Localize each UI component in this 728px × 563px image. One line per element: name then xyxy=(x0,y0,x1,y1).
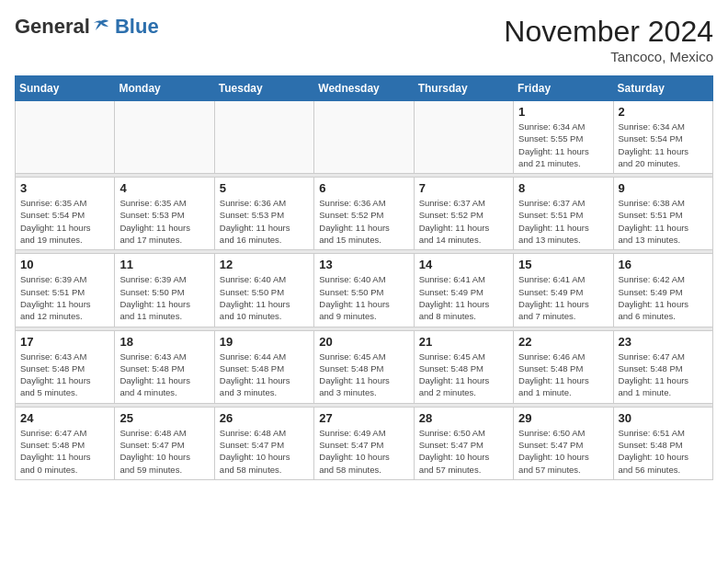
calendar-cell: 26Sunrise: 6:48 AM Sunset: 5:47 PM Dayli… xyxy=(214,407,313,479)
day-detail: Sunrise: 6:45 AM Sunset: 5:48 PM Dayligh… xyxy=(319,350,408,399)
day-detail: Sunrise: 6:43 AM Sunset: 5:48 PM Dayligh… xyxy=(20,350,109,399)
day-detail: Sunrise: 6:35 AM Sunset: 5:54 PM Dayligh… xyxy=(20,197,109,246)
weekday-header-tuesday: Tuesday xyxy=(214,76,313,101)
calendar-cell: 3Sunrise: 6:35 AM Sunset: 5:54 PM Daylig… xyxy=(16,178,115,250)
day-detail: Sunrise: 6:50 AM Sunset: 5:47 PM Dayligh… xyxy=(518,427,608,476)
day-detail: Sunrise: 6:40 AM Sunset: 5:50 PM Dayligh… xyxy=(220,273,309,322)
calendar-cell: 9Sunrise: 6:38 AM Sunset: 5:51 PM Daylig… xyxy=(613,178,712,250)
day-number: 18 xyxy=(119,335,209,349)
weekday-header-monday: Monday xyxy=(115,76,214,101)
calendar-week-4: 17Sunrise: 6:43 AM Sunset: 5:48 PM Dayli… xyxy=(16,330,713,403)
day-detail: Sunrise: 6:43 AM Sunset: 5:48 PM Dayligh… xyxy=(119,350,209,399)
calendar-cell: 19Sunrise: 6:44 AM Sunset: 5:48 PM Dayli… xyxy=(214,330,313,403)
calendar-cell: 25Sunrise: 6:48 AM Sunset: 5:47 PM Dayli… xyxy=(115,407,214,479)
calendar-week-3: 10Sunrise: 6:39 AM Sunset: 5:51 PM Dayli… xyxy=(16,254,713,327)
calendar-cell: 6Sunrise: 6:36 AM Sunset: 5:52 PM Daylig… xyxy=(314,178,414,250)
day-number: 14 xyxy=(419,258,508,271)
weekday-header-wednesday: Wednesday xyxy=(314,76,414,101)
day-number: 23 xyxy=(619,335,708,349)
day-number: 26 xyxy=(220,411,309,425)
day-number: 29 xyxy=(518,411,608,425)
logo-bird-icon xyxy=(92,17,110,36)
weekday-header-thursday: Thursday xyxy=(414,76,513,101)
day-number: 25 xyxy=(119,411,209,425)
calendar-cell xyxy=(16,101,115,174)
calendar-cell: 18Sunrise: 6:43 AM Sunset: 5:48 PM Dayli… xyxy=(115,330,214,403)
calendar-cell: 5Sunrise: 6:36 AM Sunset: 5:53 PM Daylig… xyxy=(214,178,313,250)
day-number: 9 xyxy=(619,181,708,195)
title-section: November 2024 Tancoco, Mexico xyxy=(504,15,713,64)
day-number: 13 xyxy=(319,258,408,271)
calendar-cell: 23Sunrise: 6:47 AM Sunset: 5:48 PM Dayli… xyxy=(613,330,712,403)
day-number: 6 xyxy=(319,181,408,195)
day-number: 2 xyxy=(619,105,708,119)
day-number: 27 xyxy=(319,411,408,425)
day-number: 8 xyxy=(518,181,608,195)
calendar-cell xyxy=(115,101,214,174)
day-number: 20 xyxy=(319,335,408,349)
day-detail: Sunrise: 6:47 AM Sunset: 5:48 PM Dayligh… xyxy=(20,427,109,476)
calendar-cell: 7Sunrise: 6:37 AM Sunset: 5:52 PM Daylig… xyxy=(414,178,513,250)
calendar-week-1: 1Sunrise: 6:34 AM Sunset: 5:55 PM Daylig… xyxy=(16,101,713,174)
calendar-cell: 15Sunrise: 6:41 AM Sunset: 5:49 PM Dayli… xyxy=(514,254,613,327)
calendar-cell: 14Sunrise: 6:41 AM Sunset: 5:49 PM Dayli… xyxy=(414,254,513,327)
page-header: General Blue November 2024 Tancoco, Mexi… xyxy=(15,15,713,64)
logo: General Blue xyxy=(15,15,159,39)
day-number: 4 xyxy=(119,181,209,195)
calendar-cell: 11Sunrise: 6:39 AM Sunset: 5:50 PM Dayli… xyxy=(115,254,214,327)
calendar-body: 1Sunrise: 6:34 AM Sunset: 5:55 PM Daylig… xyxy=(16,101,713,480)
day-number: 24 xyxy=(20,411,109,425)
day-detail: Sunrise: 6:41 AM Sunset: 5:49 PM Dayligh… xyxy=(419,273,508,322)
calendar-cell: 8Sunrise: 6:37 AM Sunset: 5:51 PM Daylig… xyxy=(514,178,613,250)
day-number: 16 xyxy=(619,258,708,271)
day-detail: Sunrise: 6:51 AM Sunset: 5:48 PM Dayligh… xyxy=(619,427,708,476)
day-detail: Sunrise: 6:38 AM Sunset: 5:51 PM Dayligh… xyxy=(619,197,708,246)
day-detail: Sunrise: 6:36 AM Sunset: 5:53 PM Dayligh… xyxy=(220,197,309,246)
day-detail: Sunrise: 6:45 AM Sunset: 5:48 PM Dayligh… xyxy=(419,350,508,399)
calendar-cell xyxy=(214,101,313,174)
calendar-cell xyxy=(314,101,414,174)
weekday-header-sunday: Sunday xyxy=(16,76,115,101)
day-number: 5 xyxy=(220,181,309,195)
month-title: November 2024 xyxy=(504,15,713,49)
calendar-cell xyxy=(414,101,513,174)
day-number: 3 xyxy=(20,181,109,195)
day-number: 11 xyxy=(119,258,209,271)
calendar-cell: 24Sunrise: 6:47 AM Sunset: 5:48 PM Dayli… xyxy=(16,407,115,479)
calendar-week-2: 3Sunrise: 6:35 AM Sunset: 5:54 PM Daylig… xyxy=(16,178,713,250)
day-detail: Sunrise: 6:48 AM Sunset: 5:47 PM Dayligh… xyxy=(220,427,309,476)
calendar-cell: 2Sunrise: 6:34 AM Sunset: 5:54 PM Daylig… xyxy=(613,101,712,174)
logo-general-text: General xyxy=(15,15,90,39)
calendar-cell: 20Sunrise: 6:45 AM Sunset: 5:48 PM Dayli… xyxy=(314,330,414,403)
weekday-header-friday: Friday xyxy=(514,76,613,101)
calendar-cell: 10Sunrise: 6:39 AM Sunset: 5:51 PM Dayli… xyxy=(16,254,115,327)
day-detail: Sunrise: 6:35 AM Sunset: 5:53 PM Dayligh… xyxy=(119,197,209,246)
day-detail: Sunrise: 6:39 AM Sunset: 5:50 PM Dayligh… xyxy=(119,273,209,322)
day-detail: Sunrise: 6:50 AM Sunset: 5:47 PM Dayligh… xyxy=(419,427,508,476)
day-detail: Sunrise: 6:37 AM Sunset: 5:51 PM Dayligh… xyxy=(518,197,608,246)
day-detail: Sunrise: 6:39 AM Sunset: 5:51 PM Dayligh… xyxy=(20,273,109,322)
day-number: 12 xyxy=(220,258,309,271)
day-number: 22 xyxy=(518,335,608,349)
calendar-cell: 17Sunrise: 6:43 AM Sunset: 5:48 PM Dayli… xyxy=(16,330,115,403)
day-number: 1 xyxy=(518,105,608,119)
day-detail: Sunrise: 6:36 AM Sunset: 5:52 PM Dayligh… xyxy=(319,197,408,246)
day-number: 28 xyxy=(419,411,508,425)
calendar-week-5: 24Sunrise: 6:47 AM Sunset: 5:48 PM Dayli… xyxy=(16,407,713,479)
calendar-cell: 30Sunrise: 6:51 AM Sunset: 5:48 PM Dayli… xyxy=(613,407,712,479)
day-detail: Sunrise: 6:41 AM Sunset: 5:49 PM Dayligh… xyxy=(518,273,608,322)
day-number: 10 xyxy=(20,258,109,271)
day-detail: Sunrise: 6:42 AM Sunset: 5:49 PM Dayligh… xyxy=(619,273,708,322)
day-detail: Sunrise: 6:40 AM Sunset: 5:50 PM Dayligh… xyxy=(319,273,408,322)
calendar-header: SundayMondayTuesdayWednesdayThursdayFrid… xyxy=(16,76,713,101)
location-title: Tancoco, Mexico xyxy=(504,49,713,64)
day-number: 19 xyxy=(220,335,309,349)
calendar-cell: 28Sunrise: 6:50 AM Sunset: 5:47 PM Dayli… xyxy=(414,407,513,479)
calendar-cell: 16Sunrise: 6:42 AM Sunset: 5:49 PM Dayli… xyxy=(613,254,712,327)
day-number: 30 xyxy=(619,411,708,425)
calendar-cell: 4Sunrise: 6:35 AM Sunset: 5:53 PM Daylig… xyxy=(115,178,214,250)
day-detail: Sunrise: 6:48 AM Sunset: 5:47 PM Dayligh… xyxy=(119,427,209,476)
day-detail: Sunrise: 6:34 AM Sunset: 5:55 PM Dayligh… xyxy=(518,121,608,169)
logo-blue-text: Blue xyxy=(115,15,159,39)
day-number: 15 xyxy=(518,258,608,271)
